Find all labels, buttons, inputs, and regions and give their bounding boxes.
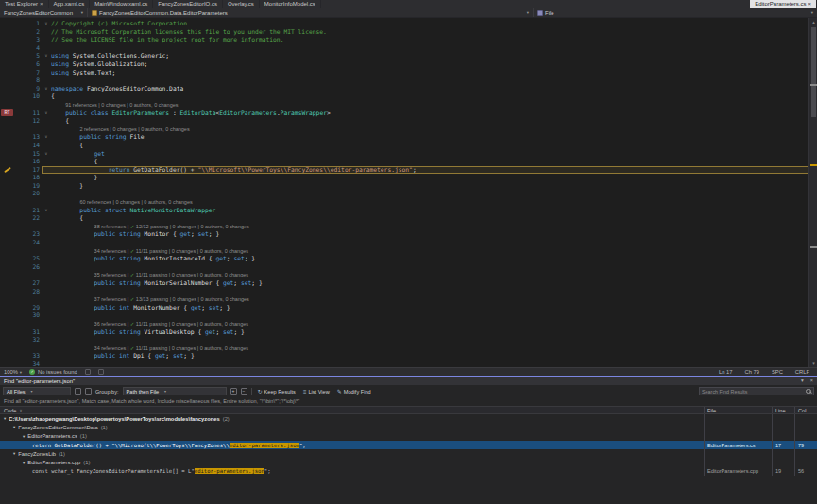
code-line[interactable]: 25 public string MonitorInstanceId { get…	[0, 255, 808, 263]
breakpoint-margin[interactable]	[0, 182, 15, 191]
close-icon[interactable]: ×	[808, 0, 811, 8]
code-line[interactable]: 32	[0, 336, 808, 344]
code-line[interactable]: 12 {	[0, 117, 808, 126]
breakpoint-margin[interactable]	[0, 352, 15, 361]
fold-chevron-icon[interactable]: ∨	[42, 52, 51, 60]
column-header-line[interactable]: Line	[772, 407, 794, 413]
fold-chevron-icon[interactable]: ∨	[42, 85, 51, 93]
expand-arrow-icon[interactable]: ▾	[4, 416, 6, 421]
status-icon[interactable]	[85, 369, 91, 375]
open-file-icon[interactable]	[75, 388, 81, 395]
breakpoint-margin[interactable]	[0, 198, 15, 207]
breakpoint-margin[interactable]	[0, 76, 15, 85]
code-line[interactable]: 17 return GetDataFolder() + "\\Microsoft…	[0, 166, 808, 175]
codelens-row[interactable]: 36 references | ✓ 11/11 passing | 0 chan…	[0, 320, 808, 328]
code-text[interactable]	[51, 263, 808, 272]
fold-chevron-icon[interactable]: ∨	[42, 109, 51, 118]
code-text[interactable]	[51, 288, 808, 296]
expand-arrow-icon[interactable]: ▾	[13, 451, 15, 456]
group-by-dropdown[interactable]: Path then File ▾	[123, 387, 227, 395]
scroll-up-icon[interactable]: ▴	[809, 18, 817, 25]
code-text[interactable]: public string Monitor { get; set; }	[51, 230, 808, 239]
breakpoint-margin[interactable]	[0, 20, 15, 28]
column-header-col[interactable]: Col	[794, 407, 817, 413]
codelens-row[interactable]: 2 references | 0 changes | 0 authors, 0 …	[0, 126, 808, 134]
code-text[interactable]: // See the LICENSE file in the project r…	[51, 36, 808, 44]
code-line[interactable]: 27 public string MonitorSerialNumber { g…	[0, 279, 808, 288]
breakpoint-margin[interactable]	[0, 85, 15, 93]
breakpoint-margin[interactable]	[0, 69, 15, 77]
code-text[interactable]	[51, 76, 808, 85]
scroll-down-icon[interactable]: ▾	[809, 360, 817, 367]
fold-chevron-icon[interactable]: ∨	[42, 133, 51, 142]
breakpoint-margin[interactable]	[0, 271, 15, 279]
breakpoint-margin[interactable]	[0, 36, 15, 44]
breakpoint-margin[interactable]	[0, 133, 15, 142]
code-text[interactable]: {	[51, 158, 808, 166]
code-text[interactable]: public class EditorParameters : EditorDa…	[51, 109, 808, 118]
breakpoint-margin[interactable]	[0, 117, 15, 126]
codelens-text[interactable]: 34 references | ✓ 11/11 passing | 0 chan…	[51, 247, 808, 256]
code-text[interactable]: using System.Collections.Generic;	[51, 52, 808, 60]
editor-lines[interactable]: 1∨// Copyright (c) Microsoft Corporation…	[0, 18, 808, 367]
preview-icon[interactable]	[85, 388, 92, 395]
status-line[interactable]: Ln 17	[719, 369, 733, 375]
codelens-row[interactable]: 35 references | ✓ 11/11 passing | 0 chan…	[0, 271, 808, 279]
code-line[interactable]: 1∨// Copyright (c) Microsoft Corporation	[0, 20, 808, 28]
code-editor[interactable]: 1∨// Copyright (c) Microsoft Corporation…	[0, 18, 817, 367]
codelens-text[interactable]: 2 references | 0 changes | 0 authors, 0 …	[51, 126, 808, 134]
quick-fix-icon[interactable]	[4, 167, 11, 173]
code-line[interactable]: 21∨ public struct NativeMonitorDataWrapp…	[0, 207, 808, 215]
fold-chevron-icon[interactable]: ∨	[42, 207, 51, 215]
project-dropdown[interactable]: FancyZonesEditorCommon ▾	[0, 8, 88, 17]
breakpoint-margin[interactable]	[0, 295, 15, 304]
breakpoint-margin[interactable]	[0, 247, 15, 256]
breakpoint-margin[interactable]	[0, 158, 15, 166]
expand-all-icon[interactable]: +	[230, 388, 237, 395]
vertical-scrollbar[interactable]: ▴ ▾	[808, 18, 817, 367]
breakpoint-margin[interactable]	[0, 288, 15, 296]
collapse-all-icon[interactable]: −	[241, 388, 247, 395]
tab-test-explorer[interactable]: Test Explorer×	[0, 0, 49, 8]
breakpoint-margin[interactable]	[0, 239, 15, 247]
code-line[interactable]: 8	[0, 76, 808, 85]
code-text[interactable]: }	[51, 174, 808, 182]
code-text[interactable]: public string MonitorInstanceId { get; s…	[51, 255, 808, 263]
code-line[interactable]: 28	[0, 288, 808, 296]
find-panel-header[interactable]: Find "editor-parameters.json" ▾ ×	[0, 377, 817, 385]
status-column[interactable]: Ch 79	[744, 369, 758, 375]
code-line[interactable]: 10{	[0, 92, 808, 101]
find-result-match-row[interactable]: const wchar_t FancyZonesEditorParameters…	[0, 467, 817, 476]
code-text[interactable]: {	[51, 142, 808, 150]
document-health-indicator[interactable]: ✓ No issues found	[29, 369, 77, 375]
code-text[interactable]: public int MonitorNumber { get; set; }	[51, 304, 808, 312]
codelens-text[interactable]: 35 references | ✓ 11/11 passing | 0 chan…	[51, 271, 808, 279]
code-line[interactable]: 33 public int Dpi { get; set; }	[0, 352, 808, 361]
breakpoint-margin[interactable]	[0, 207, 15, 215]
code-line[interactable]: 26	[0, 263, 808, 272]
code-text[interactable]: public int Dpi { get; set; }	[51, 352, 808, 361]
codelens-row[interactable]: 37 references | ✓ 13/13 passing | 0 chan…	[0, 295, 808, 304]
breakpoint-margin[interactable]	[0, 328, 15, 337]
codelens-row[interactable]: 34 references | ✓ 11/11 passing | 0 chan…	[0, 247, 808, 256]
code-line[interactable]: 22 {	[0, 214, 808, 223]
breakpoint-margin[interactable]	[0, 44, 15, 53]
code-text[interactable]: public string File	[51, 133, 808, 142]
breakpoint-margin[interactable]	[0, 361, 15, 367]
breakpoint-margin[interactable]	[0, 336, 15, 344]
breakpoint-margin[interactable]	[0, 166, 15, 175]
status-icon[interactable]	[98, 369, 104, 375]
window-position-icon[interactable]: ▾	[801, 377, 804, 385]
code-text[interactable]: return GetDataFolder() + "\\Microsoft\\P…	[51, 166, 808, 175]
close-icon[interactable]: ×	[810, 377, 813, 385]
fold-chevron-icon[interactable]: ∨	[42, 20, 51, 28]
close-icon[interactable]: ×	[40, 0, 43, 8]
code-text[interactable]: // The Microsoft Corporation licenses th…	[51, 28, 808, 37]
status-spaces[interactable]: SPC	[772, 369, 783, 375]
code-text[interactable]	[51, 44, 808, 53]
code-line[interactable]: RT11∨ public class EditorParameters : Ed…	[0, 109, 808, 118]
status-line-ending[interactable]: CRLF	[795, 369, 809, 375]
codelens-row[interactable]: 38 references | ✓ 12/12 passing | 0 chan…	[0, 223, 808, 231]
type-dropdown[interactable]: FancyZonesEditorCommon.Data.EditorParame…	[88, 8, 534, 17]
code-line[interactable]: 24	[0, 239, 808, 247]
